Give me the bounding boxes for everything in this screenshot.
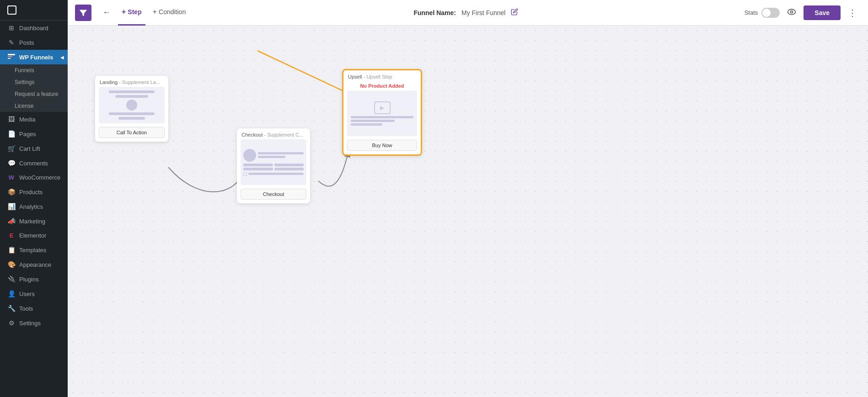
settings-icon: ⚙ (7, 319, 16, 327)
landing-to-checkout-arrow (168, 167, 244, 192)
sidebar-item-dashboard[interactable]: ⊞ Dashboard (0, 21, 68, 35)
upsell-node[interactable]: Upsell - Upsell Step No Product Added ▶ … (342, 69, 422, 156)
marketing-icon: 📣 (7, 217, 16, 225)
submenu-item-settings[interactable]: Settings (0, 76, 68, 88)
sidebar-item-label: WP Funnels (19, 54, 53, 61)
sidebar-item-label: Comments (19, 160, 48, 167)
submenu-item-funnels[interactable]: Funnels (0, 64, 68, 76)
svg-rect-2 (8, 56, 12, 57)
svg-rect-0 (8, 6, 16, 14)
sidebar-logo-icon (7, 5, 16, 15)
main-content: ← + Step + Condition Funnel Name: My Fir… (68, 0, 868, 397)
stats-toggle[interactable] (761, 8, 780, 18)
users-icon: 👤 (7, 290, 16, 297)
checkout-field-2 (274, 164, 304, 166)
landing-preview (99, 87, 165, 123)
sidebar-item-posts[interactable]: ✎ Posts (0, 35, 68, 50)
more-options-button[interactable]: ⋮ (844, 5, 861, 20)
sidebar-item-marketing[interactable]: 📣 Marketing (0, 214, 68, 228)
edit-funnel-name-button[interactable] (509, 6, 520, 19)
sidebar-item-wp-funnels[interactable]: WP Funnels ◀ (0, 50, 68, 64)
sidebar-item-settings-main[interactable]: ⚙ Settings (0, 316, 68, 330)
upsell-action-btn[interactable]: Buy Now (347, 140, 417, 151)
step-tab-label: Step (128, 8, 141, 16)
sidebar-item-label: Appearance (19, 261, 51, 268)
sidebar-item-label: Settings (19, 320, 41, 327)
sidebar-item-tools[interactable]: 🔧 Tools (0, 301, 68, 316)
preview-bar-1 (109, 90, 155, 93)
checkout-line-2 (258, 156, 285, 158)
checkout-node[interactable]: Checkout - Supplement C... (237, 128, 310, 203)
sidebar-item-woocommerce[interactable]: W WooCommerce (0, 170, 68, 185)
step-tab[interactable]: + Step (118, 0, 145, 26)
sidebar-item-label: Users (19, 291, 35, 297)
dashboard-icon: ⊞ (7, 24, 16, 32)
sidebar-item-pages[interactable]: 📄 Pages (0, 127, 68, 141)
checkout-checkbox-line (248, 173, 304, 175)
checkout-field-4 (274, 168, 304, 170)
checkout-checkbox (243, 172, 247, 176)
preview-bar-4 (118, 117, 145, 120)
svg-rect-3 (8, 58, 11, 59)
edit-icon (511, 8, 518, 16)
landing-action-btn[interactable]: Call To Action (99, 127, 165, 138)
sidebar-item-users[interactable]: 👤 Users (0, 286, 68, 301)
arrows-svg (68, 26, 868, 397)
wp-funnels-icon (7, 53, 16, 61)
media-icon: 🖼 (7, 116, 16, 123)
upsell-preview: ▶ (347, 90, 417, 136)
appearance-icon: 🎨 (7, 261, 16, 268)
landing-node[interactable]: Landing - Supplement La... Call To Actio… (95, 76, 168, 142)
funnel-name-value: My First Funnel (461, 9, 505, 16)
back-button[interactable]: ← (99, 6, 114, 19)
preview-bar-3 (109, 112, 155, 115)
upsell-lines (351, 116, 413, 126)
plus-icon: + (122, 8, 126, 16)
comments-icon: 💬 (7, 159, 16, 167)
stats-label: Stats (745, 9, 758, 16)
sidebar-item-label: WooCommerce (19, 174, 60, 181)
submenu-item-license[interactable]: License (0, 100, 68, 112)
elementor-icon: E (7, 232, 16, 239)
sidebar-item-cart-lift[interactable]: 🛒 Cart Lift (0, 141, 68, 156)
checkout-action-btn[interactable]: Checkout (241, 189, 306, 200)
upsell-title: Upsell (348, 74, 362, 79)
plus-icon-2: + (153, 8, 157, 16)
topbar: ← + Step + Condition Funnel Name: My Fir… (68, 0, 868, 26)
sidebar-item-label: Plugins (19, 276, 39, 283)
preview-bar-2 (115, 95, 148, 98)
sidebar-item-plugins[interactable]: 🔌 Plugins (0, 272, 68, 286)
chevron-right-icon: ◀ (60, 55, 64, 60)
upsell-subtitle: - Upsell Step (364, 74, 392, 79)
upsell-line-3 (351, 123, 382, 126)
cart-lift-icon: 🛒 (7, 145, 16, 152)
canvas[interactable]: Landing - Supplement La... Call To Actio… (68, 26, 868, 397)
posts-icon: ✎ (7, 39, 16, 46)
sidebar-item-appearance[interactable]: 🎨 Appearance (0, 257, 68, 272)
checkout-lines (258, 149, 304, 162)
sidebar-item-media[interactable]: 🖼 Media (0, 112, 68, 127)
templates-icon: 📋 (7, 246, 16, 254)
checkout-title: Checkout (241, 132, 263, 138)
sidebar-item-label: Pages (19, 131, 36, 138)
sidebar: ⊞ Dashboard ✎ Posts WP Funnels ◀ Funnels… (0, 0, 68, 397)
svg-point-4 (788, 9, 796, 15)
products-icon: 📦 (7, 188, 16, 196)
upsell-node-header: Upsell - Upsell Step (343, 70, 421, 81)
sidebar-item-label: Posts (19, 39, 34, 46)
svg-point-5 (791, 11, 793, 13)
preview-circle (126, 100, 137, 111)
sidebar-item-label: Tools (19, 305, 33, 312)
submenu-item-request-feature[interactable]: Request a feature (0, 88, 68, 100)
sidebar-item-analytics[interactable]: 📊 Analytics (0, 199, 68, 214)
condition-tab[interactable]: + Condition (149, 0, 190, 26)
sidebar-item-elementor[interactable]: E Elementor (0, 228, 68, 243)
checkout-checkbox-row (243, 172, 304, 176)
upsell-play-icon: ▶ (374, 101, 391, 114)
sidebar-logo (0, 0, 68, 21)
sidebar-item-comments[interactable]: 💬 Comments (0, 156, 68, 170)
sidebar-item-templates[interactable]: 📋 Templates (0, 243, 68, 257)
sidebar-item-products[interactable]: 📦 Products (0, 185, 68, 199)
save-button[interactable]: Save (804, 5, 841, 20)
preview-button[interactable] (783, 6, 800, 19)
